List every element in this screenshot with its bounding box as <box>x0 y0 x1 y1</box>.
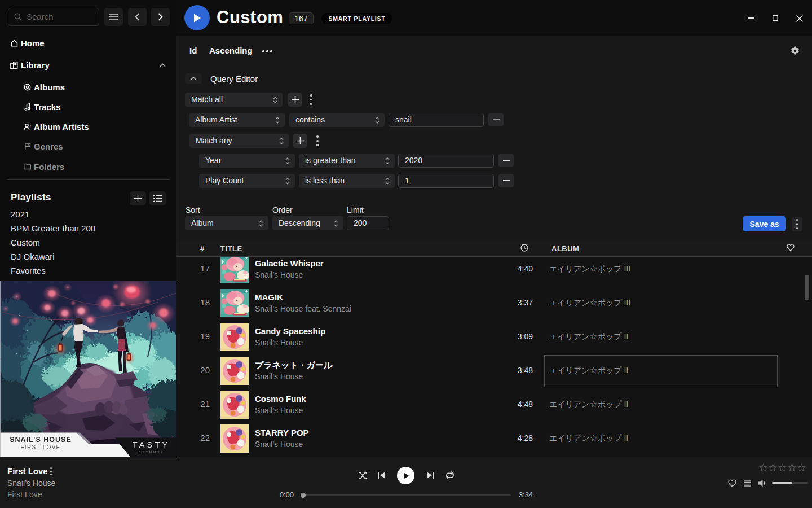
svg-text:FIRST LOVE: FIRST LOVE <box>20 444 60 450</box>
svg-text:BSTMMXI: BSTMMXI <box>139 450 164 454</box>
svg-text:TASTY: TASTY <box>133 440 170 449</box>
svg-text:SNAIL’S HOUSE: SNAIL’S HOUSE <box>10 436 72 444</box>
